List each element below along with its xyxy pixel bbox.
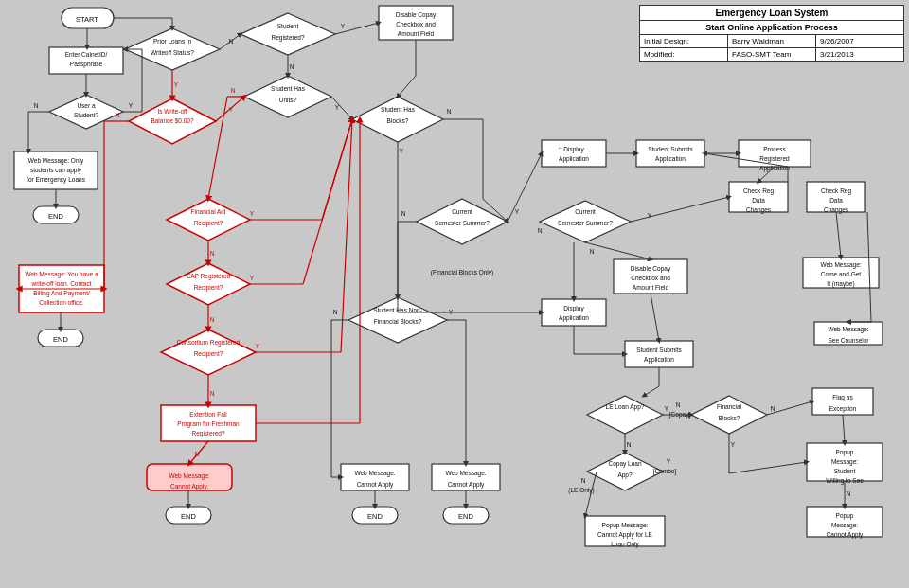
svg-line-225 <box>585 242 651 259</box>
svg-text:Is Write-off: Is Write-off <box>157 108 187 115</box>
svg-text:Copay Loan: Copay Loan <box>608 460 641 468</box>
svg-text:(Financial Blocks Only): (Financial Blocks Only) <box>431 269 493 276</box>
svg-text:Student Submits: Student Submits <box>648 146 693 152</box>
svg-text:Y: Y <box>731 441 736 448</box>
svg-marker-115 <box>587 396 663 434</box>
svg-text:N: N <box>333 309 338 315</box>
svg-text:write-off loan. Contact: write-off loan. Contact <box>30 280 91 287</box>
svg-text:Extention Fall: Extention Fall <box>189 411 227 418</box>
svg-text:N: N <box>627 441 632 448</box>
svg-text:N: N <box>116 112 120 118</box>
svg-text:Y: Y <box>667 458 671 465</box>
flowchart-svg: START Enter CalnetID/ Passphrase User a … <box>0 0 909 588</box>
svg-text:Student: Student <box>834 468 856 474</box>
svg-text:[Combo]: [Combo] <box>653 468 677 475</box>
svg-text:Display: Display <box>563 146 584 153</box>
diagram-container: Emergency Loan System Start Online Appli… <box>0 0 909 588</box>
svg-text:Current: Current <box>575 208 596 215</box>
svg-text:(LE Only): (LE Only) <box>568 487 594 494</box>
svg-text:Application: Application <box>655 155 686 163</box>
svg-text:Blocks?: Blocks? <box>387 117 409 124</box>
svg-text:Message:: Message: <box>831 522 858 529</box>
svg-text:Y: Y <box>335 104 340 111</box>
svg-text:Message:: Message: <box>831 458 858 466</box>
svg-text:Y: Y <box>400 148 404 154</box>
svg-text:N: N <box>210 250 215 257</box>
svg-text:Display: Display <box>563 305 584 312</box>
svg-text:Y: Y <box>174 81 179 88</box>
svg-text:Y: Y <box>341 23 346 29</box>
svg-text:N: N <box>590 248 595 255</box>
svg-text:Web Message: You have a: Web Message: You have a <box>25 271 98 278</box>
svg-text:Popup Message:: Popup Message: <box>602 522 649 529</box>
svg-text:Student Submits: Student Submits <box>636 347 682 353</box>
svg-text:Amount Field: Amount Field <box>633 284 669 291</box>
svg-text:Financial Blocks?: Financial Blocks? <box>374 318 422 325</box>
svg-text:Y: Y <box>648 212 652 219</box>
svg-text:START: START <box>76 15 98 24</box>
svg-text:Cannot Apply.: Cannot Apply. <box>170 483 208 490</box>
svg-text:Student Has: Student Has <box>381 106 416 113</box>
svg-text:Cannot Apply: Cannot Apply <box>357 481 394 489</box>
svg-text:N: N <box>231 87 236 94</box>
svg-text:EAP Registered: EAP Registered <box>187 273 231 280</box>
svg-text:Check Reg: Check Reg <box>743 187 775 195</box>
svg-text:Registered: Registered <box>759 155 790 163</box>
svg-text:END: END <box>458 512 473 521</box>
svg-text:N: N <box>290 63 294 70</box>
svg-rect-83 <box>739 140 811 167</box>
svg-text:N: N <box>195 451 200 457</box>
svg-text:Application: Application <box>644 356 674 364</box>
svg-line-190 <box>341 119 352 352</box>
svg-text:Blocks?: Blocks? <box>719 415 740 421</box>
svg-text:N: N <box>210 316 215 323</box>
svg-line-200 <box>398 76 416 97</box>
svg-text:Popup: Popup <box>836 449 854 456</box>
svg-rect-80 <box>636 140 704 167</box>
svg-text:N: N <box>847 490 851 497</box>
svg-text:App?: App? <box>617 472 633 479</box>
svg-text:Units?: Units? <box>279 97 297 103</box>
svg-text:END: END <box>367 512 383 521</box>
svg-text:Consortium Registered: Consortium Registered <box>177 339 241 347</box>
svg-text:Student Has: Student Has <box>271 85 306 92</box>
svg-text:Y: Y <box>256 343 260 349</box>
svg-text:END: END <box>48 212 63 221</box>
svg-line-231 <box>836 212 841 258</box>
svg-text:Current: Current <box>452 208 472 215</box>
svg-text:Passphrase: Passphrase <box>70 61 103 68</box>
svg-text:Semester Summer?: Semester Summer? <box>558 220 613 226</box>
svg-text:N: N <box>229 38 234 45</box>
svg-text:Prior Loans in: Prior Loans in <box>153 38 191 45</box>
svg-text:LE Loan App?: LE Loan App? <box>606 403 645 411</box>
svg-text:Cannot Apply: Cannot Apply <box>827 531 864 539</box>
svg-line-247 <box>729 462 807 473</box>
svg-text:Y: Y <box>229 106 234 113</box>
svg-text:Y: Y <box>250 210 255 217</box>
svg-text:Enter CalnetID/: Enter CalnetID/ <box>65 51 108 58</box>
svg-text:N: N <box>401 210 406 217</box>
svg-rect-77 <box>542 140 606 167</box>
svg-text:Flag as: Flag as <box>832 394 853 401</box>
svg-text:Checkbox and: Checkbox and <box>396 21 436 27</box>
svg-text:N: N <box>210 390 215 397</box>
svg-text:Student?: Student? <box>74 112 98 118</box>
svg-text:Student: Student <box>277 23 299 29</box>
svg-text:Come and Get: Come and Get <box>821 271 861 277</box>
svg-text:N: N <box>447 108 452 115</box>
svg-text:Billing And Payment/: Billing And Payment/ <box>33 290 90 297</box>
svg-text:Program for Freshman: Program for Freshman <box>177 420 240 428</box>
svg-text:Checkbox and: Checkbox and <box>631 275 670 281</box>
svg-text:N: N <box>34 102 39 109</box>
svg-text:Web Message:: Web Message: <box>445 470 486 477</box>
svg-text:Loan Only: Loan Only <box>611 541 639 548</box>
svg-text:Application: Application <box>559 314 589 322</box>
svg-text:Data: Data <box>829 197 843 204</box>
svg-text:END: END <box>181 512 196 521</box>
svg-line-249 <box>843 415 845 443</box>
svg-text:Collection office.: Collection office. <box>39 299 84 306</box>
svg-text:Exception: Exception <box>829 405 857 413</box>
svg-text:Recipient?: Recipient? <box>194 284 223 292</box>
svg-text:Cannot Apply for LE: Cannot Apply for LE <box>597 531 652 539</box>
svg-text:Financial: Financial <box>717 403 742 410</box>
